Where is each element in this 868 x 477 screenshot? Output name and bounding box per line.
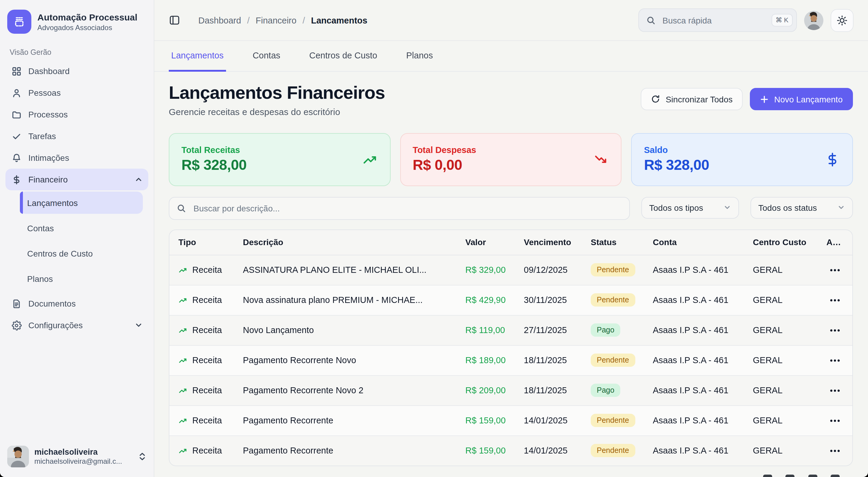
sidebar-item-intimacoes[interactable]: Intimações bbox=[5, 147, 148, 169]
row-descricao: Novo Lançamento bbox=[243, 325, 465, 335]
row-conta: Asaas I.P S.A - 461 bbox=[653, 265, 753, 275]
page-subtitle: Gerencie receitas e despesas do escritór… bbox=[169, 106, 385, 116]
sidebar-subitem-contas[interactable]: Contas bbox=[20, 217, 143, 239]
row-actions-button[interactable]: ••• bbox=[827, 326, 843, 335]
sidebar-subitem-planos[interactable]: Planos bbox=[20, 267, 143, 290]
sidebar-item-tarefas[interactable]: Tarefas bbox=[5, 125, 148, 147]
table-row[interactable]: Receita Pagamento Recorrente Novo 2 R$ 2… bbox=[169, 376, 852, 406]
column-header-vencimento: Vencimento bbox=[524, 237, 591, 247]
row-actions-button[interactable]: ••• bbox=[827, 296, 843, 304]
row-actions-button[interactable]: ••• bbox=[827, 416, 843, 425]
row-tipo: Receita bbox=[192, 385, 222, 395]
status-badge: Pendente bbox=[591, 263, 635, 276]
sidebar-subitem-lancamentos[interactable]: Lançamentos bbox=[20, 192, 143, 214]
row-centro-custo: GERAL bbox=[753, 325, 827, 335]
row-actions-button[interactable]: ••• bbox=[827, 355, 843, 365]
row-valor: R$ 429,90 bbox=[465, 295, 524, 305]
document-icon bbox=[11, 298, 22, 309]
new-entry-button[interactable]: Novo Lançamento bbox=[750, 88, 853, 110]
description-search[interactable] bbox=[169, 197, 630, 219]
chevron-down-icon bbox=[134, 321, 143, 330]
quick-search[interactable]: ⌘ K bbox=[638, 8, 797, 32]
table-row[interactable]: Receita Pagamento Recorrente R$ 159,00 1… bbox=[169, 406, 852, 436]
table-row[interactable]: Receita Novo Lançamento R$ 119,00 27/11/… bbox=[169, 315, 852, 345]
row-descricao: Pagamento Recorrente bbox=[243, 446, 465, 455]
trending-up-icon bbox=[179, 416, 187, 425]
row-centro-custo: GERAL bbox=[753, 416, 827, 425]
sidebar-item-label: Documentos bbox=[28, 299, 76, 308]
app-logo[interactable]: Automação Processual Advogados Associado… bbox=[0, 0, 154, 40]
row-valor: R$ 329,00 bbox=[465, 265, 524, 275]
sidebar-item-label: Financeiro bbox=[28, 175, 68, 184]
summary-cards: Total Receitas R$ 328,00 Total Despesas … bbox=[169, 133, 853, 186]
dock-item-partial bbox=[808, 475, 817, 477]
topbar: Dashboard / Financeiro / Lancamentos ⌘ K bbox=[154, 0, 868, 41]
description-search-input[interactable] bbox=[192, 203, 622, 213]
row-tipo: Receita bbox=[192, 265, 222, 275]
status-filter-select[interactable]: Todos os status bbox=[750, 197, 853, 218]
row-centro-custo: GERAL bbox=[753, 385, 827, 395]
avatar[interactable] bbox=[804, 10, 824, 30]
row-vencimento: 27/11/2025 bbox=[524, 325, 591, 335]
search-input[interactable] bbox=[661, 15, 766, 26]
tab-lancamentos[interactable]: Lançamentos bbox=[169, 41, 226, 71]
table-row[interactable]: Receita Pagamento Recorrente Novo R$ 189… bbox=[169, 345, 852, 376]
table-row[interactable]: Receita ASSINATURA PLANO ELITE - MICHAEL… bbox=[169, 255, 852, 285]
sidebar-item-pessoas[interactable]: Pessoas bbox=[5, 82, 148, 104]
row-conta: Asaas I.P S.A - 461 bbox=[653, 355, 753, 365]
trending-up-icon bbox=[362, 151, 378, 167]
row-centro-custo: GERAL bbox=[753, 295, 827, 305]
sidebar-item-processos[interactable]: Processos bbox=[5, 104, 148, 125]
row-valor: R$ 119,00 bbox=[465, 325, 524, 335]
logo-icon bbox=[7, 10, 31, 34]
shortcut-badge: ⌘ K bbox=[771, 14, 793, 27]
row-conta: Asaas I.P S.A - 461 bbox=[653, 295, 753, 305]
sync-all-button[interactable]: Sincronizar Todos bbox=[641, 88, 743, 110]
row-descricao: Pagamento Recorrente bbox=[243, 416, 465, 425]
sidebar-subitem-centros-de-custo[interactable]: Centros de Custo bbox=[20, 242, 143, 264]
trending-up-icon bbox=[179, 386, 187, 395]
row-actions-button[interactable]: ••• bbox=[827, 446, 843, 455]
sidebar-section-label: Visão Gerão bbox=[0, 40, 154, 60]
theme-toggle-button[interactable] bbox=[831, 9, 854, 32]
avatar bbox=[7, 446, 29, 467]
sync-all-label: Sincronizar Todos bbox=[666, 94, 733, 104]
main-area: Dashboard / Financeiro / Lancamentos ⌘ K bbox=[154, 0, 868, 477]
column-header-acoes: Ações bbox=[827, 237, 843, 247]
type-filter-select[interactable]: Todos os tipos bbox=[641, 197, 739, 218]
sidebar-item-documentos[interactable]: Documentos bbox=[5, 293, 148, 314]
row-actions-button[interactable]: ••• bbox=[827, 265, 843, 274]
sidebar-item-configuracoes[interactable]: Configurações bbox=[5, 314, 148, 336]
row-vencimento: 09/12/2025 bbox=[524, 265, 591, 275]
bell-icon bbox=[11, 152, 22, 163]
row-valor: R$ 159,00 bbox=[465, 446, 524, 455]
table-header-row: Tipo Descrição Valor Vencimento Status C… bbox=[169, 230, 852, 255]
trending-up-icon bbox=[179, 355, 187, 365]
row-vencimento: 18/11/2025 bbox=[524, 385, 591, 395]
check-icon bbox=[11, 131, 22, 141]
row-descricao: Pagamento Recorrente Novo bbox=[243, 355, 465, 365]
page-title: Lançamentos Financeiros bbox=[169, 82, 385, 103]
card-label: Saldo bbox=[644, 145, 709, 155]
dollar-icon bbox=[11, 174, 22, 185]
status-badge: Pendente bbox=[591, 353, 635, 367]
table-row[interactable]: Receita Nova assinatura plano PREMIUM - … bbox=[169, 285, 852, 315]
tab-contas[interactable]: Contas bbox=[250, 41, 283, 71]
gear-icon bbox=[11, 320, 22, 331]
sidebar-subitem-label: Lançamentos bbox=[27, 198, 78, 207]
breadcrumb: Dashboard / Financeiro / Lancamentos bbox=[198, 15, 367, 25]
user-name: michaelsoliveira bbox=[34, 447, 133, 457]
sidebar-item-dashboard[interactable]: Dashboard bbox=[5, 60, 148, 82]
sidebar-item-financeiro[interactable]: Financeiro bbox=[5, 169, 148, 190]
card-value: R$ 0,00 bbox=[412, 157, 476, 173]
breadcrumb-dashboard[interactable]: Dashboard bbox=[198, 15, 241, 25]
table-row[interactable]: Receita Pagamento Recorrente R$ 159,00 1… bbox=[169, 436, 852, 465]
row-actions-button[interactable]: ••• bbox=[827, 386, 843, 395]
sidebar-toggle-icon[interactable] bbox=[169, 14, 180, 26]
sidebar-item-label: Tarefas bbox=[28, 131, 56, 141]
tab-planos[interactable]: Planos bbox=[404, 41, 435, 71]
breadcrumb-financeiro[interactable]: Financeiro bbox=[255, 15, 296, 25]
card-value: R$ 328,00 bbox=[644, 157, 709, 173]
tab-centros-de-custo[interactable]: Centros de Custo bbox=[307, 41, 380, 71]
sidebar-user-menu[interactable]: michaelsoliveira michaelsoliveira@gmail.… bbox=[0, 438, 154, 477]
